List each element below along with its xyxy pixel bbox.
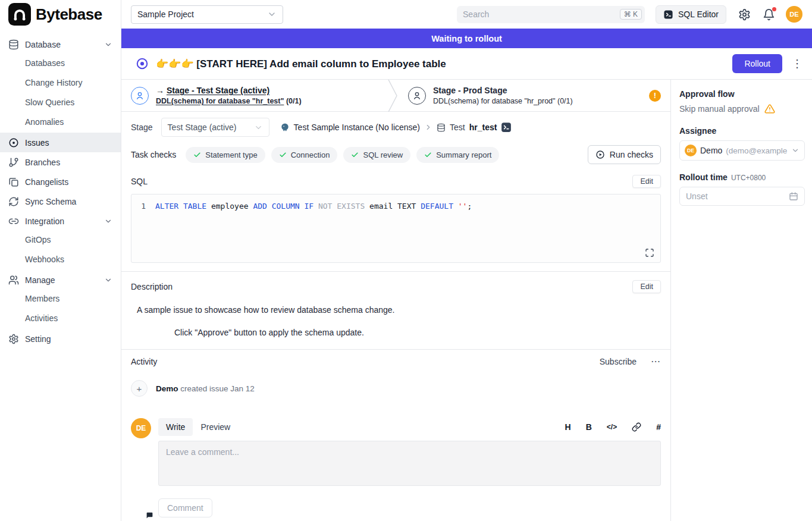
sidebar-item-setting[interactable]: Setting [0,329,121,349]
sidebar-item-anomalies[interactable]: Anomalies [0,113,121,133]
notifications-bell-icon[interactable] [763,8,775,21]
search-shortcut-kbd: ⌘ K [620,9,642,20]
database-icon [8,39,19,50]
main-column: Sample Project ⌘ K SQL Editor DE Waiting… [121,0,812,521]
sidebar-item-members[interactable]: Members [0,290,121,309]
sidebar-item-sync-schema[interactable]: Sync Schema [0,192,121,211]
content-row: → Stage - Test Stage (active) DDL(schema… [121,80,812,521]
subscribe-button[interactable]: Subscribe [600,357,637,366]
stage-task-detail: DDL(schema) for database "hr_prod" (0/1) [433,97,573,105]
description-line: A sample issue to showcase how to review… [137,305,661,315]
stage-pipeline: → Stage - Test Stage (active) DDL(schema… [121,80,670,112]
sidebar-item-label: Setting [25,334,51,344]
sql-token: NOT EXISTS [318,202,365,211]
users-icon [8,275,19,285]
check-badge-label: Connection [291,150,330,159]
sidebar-item-activities[interactable]: Activities [0,309,121,329]
sidebar-item-integration[interactable]: Integration [0,211,121,231]
rollout-time-input[interactable]: Unset [679,187,805,206]
sql-section-title: SQL [131,177,148,186]
bold-format-icon[interactable]: B [586,422,592,432]
comment-textarea[interactable] [158,441,661,486]
rollout-time-value: Unset [686,192,708,201]
search-box[interactable]: ⌘ K [457,6,645,23]
git-branch-icon [8,157,19,168]
assignee-select[interactable]: DE Demo (demo@example [679,140,805,161]
assignee-email: (demo@example [726,146,788,155]
sidebar-item-manage[interactable]: Manage [0,270,121,290]
stage-card-prod[interactable]: Stage - Prod Stage DDL(schema) for datab… [399,80,670,111]
breadcrumb: Test Sample Instance (No license) Test h… [280,122,512,133]
sidebar-item-gitops[interactable]: GitOps [0,231,121,250]
sidebar-item-issues[interactable]: Issues [0,133,121,152]
sidebar-item-database[interactable]: Database [0,34,121,54]
chevron-down-icon [104,276,112,284]
chevron-down-icon [104,40,112,49]
check-icon [424,151,432,159]
sidebar-item-label: Issues [25,138,49,147]
check-badge-summary-report[interactable]: Summary report [416,147,499,163]
sql-editor-button-label: SQL Editor [678,10,719,19]
settings-gear-icon[interactable] [738,8,751,21]
activity-section: Activity Subscribe ⋯ + Demo created issu… [121,350,670,521]
activity-section-title: Activity [131,357,157,366]
run-checks-button[interactable]: Run checks [588,145,661,164]
kebab-menu-icon[interactable]: ⋮ [792,58,802,69]
issue-header: 👉👉👉 [START HERE] Add email column to Emp… [121,48,812,80]
breadcrumb-database[interactable]: hr_test [469,123,497,132]
sql-token: IF [304,202,313,211]
stage-task-link[interactable]: DDL(schema) for database "hr_test" [156,97,284,105]
sidebar-item-slow-queries[interactable]: Slow Queries [0,93,121,113]
open-sql-editor-icon[interactable] [501,122,512,133]
check-badge-connection[interactable]: Connection [271,147,338,163]
bytebase-logo-icon [8,3,31,26]
postgres-icon [280,123,290,132]
sidebar-item-label: Integration [25,216,64,226]
check-icon [279,151,287,159]
sidebar-item-changelists[interactable]: Changelists [0,172,121,192]
sidebar-nav: Database Databases Change History Slow Q… [0,29,121,349]
activity-actor: Demo [156,384,178,393]
expand-icon[interactable] [645,248,654,258]
user-avatar[interactable]: DE [786,6,802,23]
approval-flow-title: Approval flow [679,89,805,99]
tab-write[interactable]: Write [158,418,193,436]
issue-status-icon [136,57,149,70]
project-select[interactable]: Sample Project [131,5,283,24]
sidebar-item-webhooks[interactable]: Webhooks [0,250,121,270]
heading-format-icon[interactable]: H [565,422,571,432]
stage-select[interactable]: Test Stage (active) [161,118,269,137]
description-section-title: Description [131,282,173,291]
brand-logo[interactable]: Bytebase [0,0,121,29]
sql-token: ; [467,202,472,211]
more-menu-icon[interactable]: ⋯ [651,356,661,367]
comment-submit-button[interactable]: Comment [158,498,212,517]
sidebar-item-label: Database [25,40,61,49]
sidebar-item-databases[interactable]: Databases [0,54,121,74]
sync-icon [8,196,19,207]
breadcrumb-environment[interactable]: Test [450,123,465,132]
sql-edit-button[interactable]: Edit [632,175,661,188]
active-stage-arrow: → [156,86,164,95]
code-format-icon[interactable]: </> [607,423,617,431]
plus-icon: + [131,380,148,397]
check-badge-statement-type[interactable]: Statement type [186,147,265,163]
description-edit-button[interactable]: Edit [632,280,661,293]
chevron-down-icon [791,146,800,155]
link-format-icon[interactable] [632,422,641,432]
issues-icon [8,137,19,148]
stage-person-icon [408,87,426,105]
assignee-avatar: DE [685,145,697,156]
sql-code-editor[interactable]: 1ALTER TABLE employee ADD COLUMN IF NOT … [131,194,661,263]
breadcrumb-instance[interactable]: Test Sample Instance (No license) [294,123,420,132]
tab-preview[interactable]: Preview [193,418,238,436]
check-badge-sql-review[interactable]: SQL review [343,147,410,163]
search-input[interactable] [463,10,620,19]
stage-name-link[interactable]: Stage - Test Stage (active) [167,86,269,95]
sidebar-item-branches[interactable]: Branches [0,152,121,172]
stage-card-test[interactable]: → Stage - Test Stage (active) DDL(schema… [121,80,388,111]
rollout-button[interactable]: Rollout [732,54,782,73]
hash-format-icon[interactable]: # [656,422,661,432]
sql-editor-button[interactable]: SQL Editor [656,5,726,24]
sidebar-item-change-history[interactable]: Change History [0,74,121,93]
